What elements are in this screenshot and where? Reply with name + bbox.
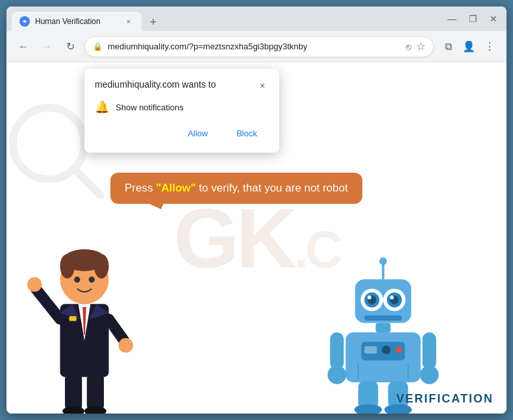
svg-rect-43 (423, 332, 436, 370)
svg-line-14 (109, 319, 124, 341)
tab-close-btn[interactable]: × (123, 16, 134, 27)
window-controls: — ❐ ✕ (444, 11, 501, 27)
page-content: GK.C mediumhiquality.com wants to × 🔔 Sh… (6, 62, 507, 414)
new-tab-button[interactable]: + (144, 13, 162, 31)
tab-title: Human Verification (35, 17, 118, 26)
allow-button[interactable]: Allow (176, 125, 219, 142)
svg-rect-38 (364, 346, 377, 354)
person-figure (19, 219, 149, 414)
svg-rect-41 (330, 332, 344, 370)
reload-button[interactable]: ↻ (61, 38, 79, 56)
svg-point-39 (382, 345, 390, 354)
active-tab[interactable]: Human Verification × (12, 12, 142, 31)
robot-figure (325, 251, 442, 414)
back-button[interactable]: ← (14, 38, 32, 56)
speech-bubble: Press "Allow" to verify, that you are no… (110, 173, 362, 204)
svg-point-9 (94, 254, 109, 278)
svg-rect-22 (69, 316, 77, 321)
svg-point-33 (390, 295, 394, 299)
tab-area: Human Verification × + (12, 6, 444, 31)
svg-rect-35 (375, 323, 390, 332)
bookmark-icon[interactable]: ☆ (416, 40, 425, 53)
share-icon[interactable]: ⎋ (406, 42, 411, 52)
svg-point-40 (395, 347, 402, 353)
lock-icon: 🔒 (93, 42, 103, 51)
svg-point-13 (27, 277, 42, 292)
address-bar[interactable]: 🔒 mediumhiquality.com/?p=meztsnzxha5gi3b… (84, 36, 434, 57)
verification-label: VERIFICATION (396, 392, 494, 406)
url-text: mediumhiquality.com/?p=meztsnzxha5gi3bpg… (108, 42, 401, 51)
svg-rect-16 (65, 374, 82, 410)
svg-point-47 (355, 404, 382, 414)
popup-header: mediumhiquality.com wants to × (95, 79, 269, 92)
notification-popup: mediumhiquality.com wants to × 🔔 Show no… (84, 69, 279, 153)
title-bar: Human Verification × + — ❐ ✕ (6, 6, 507, 31)
svg-point-10 (74, 277, 80, 282)
minimize-button[interactable]: — (444, 11, 460, 27)
profile-icon[interactable]: 👤 (460, 38, 478, 56)
svg-line-2 (77, 171, 101, 195)
notification-row: 🔔 Show notifications (95, 100, 269, 114)
notification-label: Show notifications (116, 103, 184, 112)
menu-icon[interactable]: ⋮ (481, 38, 499, 56)
nav-icons: ⧉ 👤 ⋮ (439, 38, 499, 56)
svg-point-24 (379, 258, 387, 266)
svg-point-44 (420, 365, 439, 384)
tab-favicon (19, 16, 30, 27)
maximize-button[interactable]: ❐ (465, 11, 481, 27)
svg-line-12 (36, 289, 60, 319)
svg-rect-17 (87, 374, 104, 410)
speech-highlight: "Allow" (156, 182, 195, 194)
popup-close-button[interactable]: × (256, 79, 269, 92)
browser-window: Human Verification × + — ❐ ✕ ← → ↻ 🔒 med… (6, 6, 507, 414)
close-button[interactable]: ✕ (486, 11, 501, 27)
svg-point-42 (327, 365, 346, 384)
svg-point-15 (119, 338, 134, 353)
popup-buttons: Allow Block (95, 125, 269, 142)
svg-point-11 (89, 277, 95, 282)
speech-text-before: Press (125, 182, 156, 194)
forward-button[interactable]: → (38, 38, 56, 56)
svg-rect-34 (364, 315, 402, 321)
navigation-bar: ← → ↻ 🔒 mediumhiquality.com/?p=meztsnzxh… (6, 31, 507, 62)
speech-text-after: to verify, that you are not robot (196, 182, 348, 194)
block-button[interactable]: Block (225, 125, 269, 142)
bell-icon: 🔔 (95, 100, 109, 114)
popup-title: mediumhiquality.com wants to (95, 79, 216, 90)
extensions-icon[interactable]: ⧉ (439, 38, 457, 56)
svg-point-1 (13, 108, 84, 179)
svg-point-8 (60, 254, 75, 278)
svg-point-32 (368, 295, 371, 299)
watermark: GK.C (174, 190, 340, 287)
